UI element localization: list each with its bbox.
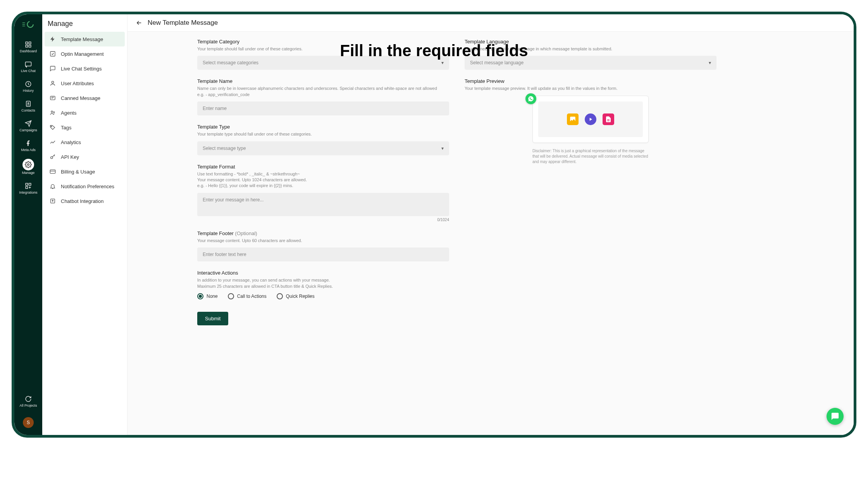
- chat-fab[interactable]: [827, 408, 844, 425]
- page-title: New Template Message: [148, 19, 218, 27]
- facebook-icon: [24, 139, 33, 148]
- document-icon: [603, 113, 614, 125]
- sidebar-item-label: Tags: [61, 125, 71, 131]
- field-title: Template Format: [197, 164, 449, 170]
- nav-livechat[interactable]: Live Chat: [14, 57, 42, 76]
- field-title: Template Category: [197, 39, 449, 45]
- bell-icon: [49, 183, 56, 190]
- sidebar-item-label: Optin Management: [61, 51, 104, 57]
- nav-label: All Projects: [19, 404, 37, 407]
- export-icon: [49, 198, 56, 204]
- sidebar-item-user-attributes[interactable]: User Attributes: [45, 76, 125, 91]
- char-counter: 0/1024: [197, 218, 449, 222]
- app-logo: [21, 17, 35, 31]
- field-help: Your template type should fall under one…: [197, 131, 449, 137]
- nav-label: Manage: [22, 171, 35, 175]
- svg-point-17: [53, 112, 55, 113]
- nav-all-projects[interactable]: All Projects: [14, 392, 42, 410]
- nav-manage[interactable]: Manage: [14, 156, 42, 177]
- image-icon: [567, 113, 579, 125]
- canned-icon: [49, 95, 56, 101]
- main: New Template Message Template Category Y…: [127, 14, 854, 435]
- field-title: Template Language: [465, 39, 716, 45]
- nav-metaads[interactable]: Meta Ads: [14, 136, 42, 155]
- field-help: You will need to specify the language in…: [465, 46, 716, 52]
- field-title: Template Footer (Optional): [197, 230, 449, 236]
- user-icon: [49, 80, 56, 87]
- sidebar-item-optin[interactable]: Optin Management: [45, 46, 125, 61]
- svg-point-0: [27, 21, 33, 27]
- radio-quick-replies[interactable]: Quick Replies: [277, 293, 315, 299]
- footer-input[interactable]: Enter footer text here: [197, 247, 449, 261]
- sidebar-item-apikey[interactable]: API Key: [45, 149, 125, 164]
- sidebar-item-billing[interactable]: Billing & Usage: [45, 164, 125, 179]
- nav-campaigns[interactable]: Campaigns: [14, 117, 42, 135]
- svg-rect-20: [50, 170, 55, 173]
- chevron-down-icon: ▾: [709, 60, 711, 65]
- radio-cta[interactable]: Call to Actions: [228, 293, 267, 299]
- format-textarea[interactable]: Enter your message in here...: [197, 193, 449, 216]
- language-select[interactable]: Select message language ▾: [465, 56, 716, 70]
- sidebar-item-tags[interactable]: Tags: [45, 120, 125, 135]
- field-footer: Template Footer (Optional) Your message …: [197, 230, 449, 261]
- svg-rect-11: [29, 183, 31, 185]
- side-panel: Manage Template Message Optin Management…: [42, 14, 127, 435]
- integrations-icon: [24, 182, 33, 190]
- nav-integrations[interactable]: Integrations: [14, 179, 42, 197]
- nav-dashboard[interactable]: Dashboard: [14, 38, 42, 56]
- svg-rect-2: [29, 42, 31, 44]
- sidebar-item-canned[interactable]: Canned Message: [45, 91, 125, 105]
- side-panel-title: Manage: [42, 17, 127, 32]
- radio-icon: [277, 293, 283, 299]
- svg-rect-10: [26, 183, 28, 185]
- sidebar-item-analytics[interactable]: Analytics: [45, 135, 125, 149]
- user-avatar[interactable]: S: [23, 417, 34, 428]
- radio-icon: [228, 293, 234, 299]
- sidebar-item-label: Chatbot Integration: [61, 198, 104, 204]
- category-select[interactable]: Select message categories ▾: [197, 56, 449, 70]
- nav-history[interactable]: History: [14, 77, 42, 95]
- submit-button[interactable]: Submit: [197, 312, 228, 325]
- sidebar-item-notifications[interactable]: Notification Preferences: [45, 179, 125, 194]
- nav-label: Campaigns: [19, 129, 37, 132]
- field-language: Template Language You will need to speci…: [465, 39, 716, 70]
- svg-point-14: [52, 81, 53, 83]
- nav-rail: Dashboard Live Chat History Contacts Cam…: [14, 14, 42, 435]
- sidebar-item-label: Template Message: [61, 36, 103, 42]
- tag-icon: [49, 124, 56, 131]
- radio-label: None: [207, 294, 218, 299]
- svg-point-19: [51, 156, 53, 158]
- sidebar-item-agents[interactable]: Agents: [45, 105, 125, 120]
- back-button[interactable]: [135, 19, 143, 27]
- analytics-icon: [49, 139, 56, 146]
- card-icon: [49, 168, 56, 175]
- name-input[interactable]: Enter name: [197, 101, 449, 115]
- nav-label: Meta Ads: [21, 148, 36, 152]
- svg-rect-3: [26, 45, 28, 47]
- type-select[interactable]: Select message type ▾: [197, 141, 449, 155]
- nav-contacts[interactable]: Contacts: [14, 97, 42, 115]
- sidebar-item-label: Agents: [61, 110, 76, 116]
- field-title: Template Name: [197, 78, 449, 84]
- sidebar-item-template-message[interactable]: Template Message: [45, 32, 125, 46]
- video-icon: [585, 113, 596, 125]
- select-placeholder: Select message language: [470, 60, 524, 65]
- dashboard-icon: [24, 40, 33, 49]
- input-placeholder: Enter footer text here: [203, 252, 246, 257]
- preview-section: Template Preview Your template message p…: [465, 78, 716, 164]
- nav-label: Live Chat: [21, 69, 36, 73]
- sidebar-item-label: Billing & Usage: [61, 169, 95, 175]
- radio-none[interactable]: None: [197, 293, 218, 299]
- sidebar-item-label: Live Chat Settings: [61, 66, 102, 72]
- preview-disclaimer: Disclaimer: This is just a graphical rep…: [532, 148, 649, 165]
- field-actions: Interactive Actions In addition to your …: [197, 270, 449, 299]
- sidebar-item-chatbot[interactable]: Chatbot Integration: [45, 194, 125, 208]
- whatsapp-icon: [525, 93, 536, 104]
- history-icon: [24, 80, 33, 88]
- select-placeholder: Select message type: [203, 146, 246, 151]
- sidebar-item-livechat-settings[interactable]: Live Chat Settings: [45, 61, 125, 76]
- preview-card: [532, 96, 649, 143]
- sidebar-item-label: Notification Preferences: [61, 184, 114, 189]
- chevron-down-icon: ▾: [441, 146, 444, 151]
- nav-label: Contacts: [21, 109, 35, 112]
